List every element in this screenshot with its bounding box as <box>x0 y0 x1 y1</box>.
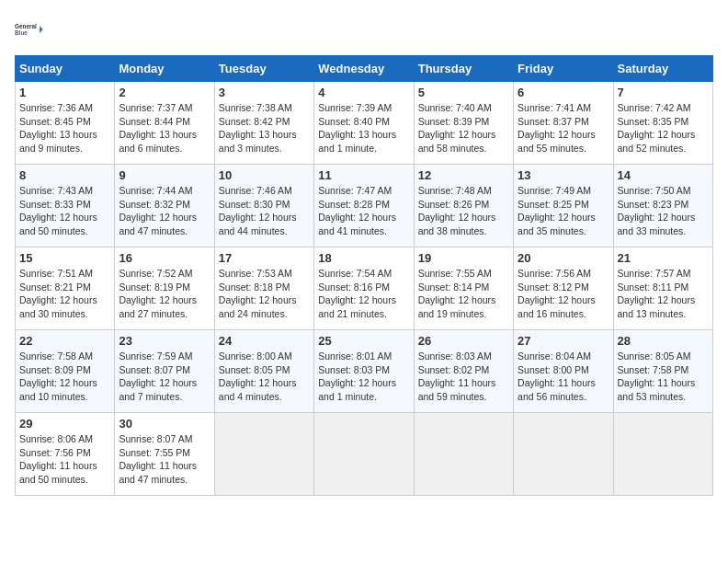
day-number: 1 <box>19 86 110 99</box>
header-friday: Friday <box>514 56 613 82</box>
calendar-week-row: 1Sunrise: 7:36 AMSunset: 8:45 PMDaylight… <box>16 82 713 165</box>
calendar-week-row: 15Sunrise: 7:51 AMSunset: 8:21 PMDayligh… <box>16 247 713 330</box>
calendar-cell: 26Sunrise: 8:03 AMSunset: 8:02 PMDayligh… <box>414 330 513 413</box>
day-number: 15 <box>19 251 110 265</box>
calendar-cell: 16Sunrise: 7:52 AMSunset: 8:19 PMDayligh… <box>115 247 214 330</box>
calendar-cell: 30Sunrise: 8:07 AMSunset: 7:55 PMDayligh… <box>115 413 214 496</box>
cell-content: Sunrise: 8:06 AMSunset: 7:56 PMDaylight:… <box>19 432 110 487</box>
day-number: 25 <box>318 334 409 348</box>
cell-content: Sunrise: 7:39 AMSunset: 8:40 PMDaylight:… <box>318 101 409 155</box>
calendar-cell: 13Sunrise: 7:49 AMSunset: 8:25 PMDayligh… <box>514 165 613 247</box>
cell-content: Sunrise: 7:49 AMSunset: 8:25 PMDaylight:… <box>518 184 609 238</box>
cell-content: Sunrise: 8:00 AMSunset: 8:05 PMDaylight:… <box>219 350 310 404</box>
calendar-header-row: SundayMondayTuesdayWednesdayThursdayFrid… <box>16 56 713 82</box>
cell-content: Sunrise: 7:41 AMSunset: 8:37 PMDaylight:… <box>518 101 609 155</box>
cell-content: Sunrise: 7:53 AMSunset: 8:18 PMDaylight:… <box>219 267 310 321</box>
page-header: GeneralBlue <box>15 15 713 44</box>
cell-content: Sunrise: 7:48 AMSunset: 8:26 PMDaylight:… <box>418 184 509 238</box>
calendar-cell: 9Sunrise: 7:44 AMSunset: 8:32 PMDaylight… <box>115 165 214 247</box>
calendar-cell: 28Sunrise: 8:05 AMSunset: 7:58 PMDayligh… <box>613 330 712 413</box>
cell-content: Sunrise: 7:44 AMSunset: 8:32 PMDaylight:… <box>119 184 210 238</box>
logo: GeneralBlue <box>15 15 44 44</box>
calendar-cell <box>514 413 613 496</box>
day-number: 6 <box>518 86 609 99</box>
calendar-cell <box>414 413 513 496</box>
calendar-cell <box>214 413 313 496</box>
calendar-cell: 19Sunrise: 7:55 AMSunset: 8:14 PMDayligh… <box>414 247 513 330</box>
calendar-cell: 5Sunrise: 7:40 AMSunset: 8:39 PMDaylight… <box>414 82 513 165</box>
day-number: 27 <box>518 334 609 348</box>
cell-content: Sunrise: 7:42 AMSunset: 8:35 PMDaylight:… <box>618 101 709 155</box>
day-number: 5 <box>418 86 509 99</box>
header-tuesday: Tuesday <box>214 56 313 82</box>
calendar-cell: 20Sunrise: 7:56 AMSunset: 8:12 PMDayligh… <box>514 247 613 330</box>
cell-content: Sunrise: 7:58 AMSunset: 8:09 PMDaylight:… <box>19 350 110 404</box>
cell-content: Sunrise: 7:38 AMSunset: 8:42 PMDaylight:… <box>219 101 310 155</box>
day-number: 17 <box>219 251 310 265</box>
cell-content: Sunrise: 7:36 AMSunset: 8:45 PMDaylight:… <box>19 101 110 155</box>
day-number: 18 <box>318 251 409 265</box>
calendar-table: SundayMondayTuesdayWednesdayThursdayFrid… <box>15 55 713 496</box>
svg-marker-2 <box>40 26 42 33</box>
day-number: 26 <box>418 334 509 348</box>
header-sunday: Sunday <box>16 56 115 82</box>
cell-content: Sunrise: 8:04 AMSunset: 8:00 PMDaylight:… <box>518 350 609 404</box>
cell-content: Sunrise: 7:51 AMSunset: 8:21 PMDaylight:… <box>19 267 110 321</box>
cell-content: Sunrise: 7:52 AMSunset: 8:19 PMDaylight:… <box>119 267 210 321</box>
calendar-cell: 29Sunrise: 8:06 AMSunset: 7:56 PMDayligh… <box>16 413 115 496</box>
cell-content: Sunrise: 7:56 AMSunset: 8:12 PMDaylight:… <box>518 267 609 321</box>
cell-content: Sunrise: 7:47 AMSunset: 8:28 PMDaylight:… <box>318 184 409 238</box>
calendar-cell: 24Sunrise: 8:00 AMSunset: 8:05 PMDayligh… <box>214 330 313 413</box>
calendar-cell: 2Sunrise: 7:37 AMSunset: 8:44 PMDaylight… <box>115 82 214 165</box>
cell-content: Sunrise: 8:05 AMSunset: 7:58 PMDaylight:… <box>618 350 709 404</box>
cell-content: Sunrise: 8:03 AMSunset: 8:02 PMDaylight:… <box>418 350 509 404</box>
calendar-cell: 27Sunrise: 8:04 AMSunset: 8:00 PMDayligh… <box>514 330 613 413</box>
calendar-cell <box>314 413 414 496</box>
calendar-cell: 6Sunrise: 7:41 AMSunset: 8:37 PMDaylight… <box>514 82 613 165</box>
day-number: 10 <box>219 168 310 182</box>
calendar-cell: 22Sunrise: 7:58 AMSunset: 8:09 PMDayligh… <box>16 330 115 413</box>
cell-content: Sunrise: 7:55 AMSunset: 8:14 PMDaylight:… <box>418 267 509 321</box>
header-saturday: Saturday <box>613 56 712 82</box>
svg-text:Blue: Blue <box>15 29 28 36</box>
day-number: 30 <box>119 417 210 431</box>
cell-content: Sunrise: 7:46 AMSunset: 8:30 PMDaylight:… <box>219 184 310 238</box>
day-number: 24 <box>219 334 310 348</box>
cell-content: Sunrise: 7:59 AMSunset: 8:07 PMDaylight:… <box>119 350 210 404</box>
calendar-cell: 8Sunrise: 7:43 AMSunset: 8:33 PMDaylight… <box>16 165 115 247</box>
day-number: 28 <box>618 334 709 348</box>
cell-content: Sunrise: 7:54 AMSunset: 8:16 PMDaylight:… <box>318 267 409 321</box>
header-thursday: Thursday <box>414 56 513 82</box>
day-number: 7 <box>618 86 709 99</box>
calendar-cell: 17Sunrise: 7:53 AMSunset: 8:18 PMDayligh… <box>214 247 313 330</box>
day-number: 20 <box>518 251 609 265</box>
calendar-cell: 1Sunrise: 7:36 AMSunset: 8:45 PMDaylight… <box>16 82 115 165</box>
calendar-cell: 7Sunrise: 7:42 AMSunset: 8:35 PMDaylight… <box>613 82 712 165</box>
day-number: 23 <box>119 334 210 348</box>
day-number: 2 <box>119 86 210 99</box>
calendar-week-row: 8Sunrise: 7:43 AMSunset: 8:33 PMDaylight… <box>16 165 713 247</box>
cell-content: Sunrise: 7:37 AMSunset: 8:44 PMDaylight:… <box>119 101 210 155</box>
calendar-cell: 4Sunrise: 7:39 AMSunset: 8:40 PMDaylight… <box>314 82 414 165</box>
cell-content: Sunrise: 7:40 AMSunset: 8:39 PMDaylight:… <box>418 101 509 155</box>
calendar-cell: 18Sunrise: 7:54 AMSunset: 8:16 PMDayligh… <box>314 247 414 330</box>
calendar-cell: 12Sunrise: 7:48 AMSunset: 8:26 PMDayligh… <box>414 165 513 247</box>
day-number: 12 <box>418 168 509 182</box>
cell-content: Sunrise: 7:43 AMSunset: 8:33 PMDaylight:… <box>19 184 110 238</box>
cell-content: Sunrise: 7:57 AMSunset: 8:11 PMDaylight:… <box>618 267 709 321</box>
cell-content: Sunrise: 7:50 AMSunset: 8:23 PMDaylight:… <box>618 184 709 238</box>
day-number: 13 <box>518 168 609 182</box>
calendar-cell: 10Sunrise: 7:46 AMSunset: 8:30 PMDayligh… <box>214 165 313 247</box>
calendar-cell: 23Sunrise: 7:59 AMSunset: 8:07 PMDayligh… <box>115 330 214 413</box>
header-monday: Monday <box>115 56 214 82</box>
day-number: 9 <box>119 168 210 182</box>
day-number: 3 <box>219 86 310 99</box>
day-number: 16 <box>119 251 210 265</box>
calendar-cell: 15Sunrise: 7:51 AMSunset: 8:21 PMDayligh… <box>16 247 115 330</box>
day-number: 19 <box>418 251 509 265</box>
calendar-cell: 11Sunrise: 7:47 AMSunset: 8:28 PMDayligh… <box>314 165 414 247</box>
calendar-cell: 3Sunrise: 7:38 AMSunset: 8:42 PMDaylight… <box>214 82 313 165</box>
day-number: 11 <box>318 168 409 182</box>
cell-content: Sunrise: 8:01 AMSunset: 8:03 PMDaylight:… <box>318 350 409 404</box>
day-number: 22 <box>19 334 110 348</box>
